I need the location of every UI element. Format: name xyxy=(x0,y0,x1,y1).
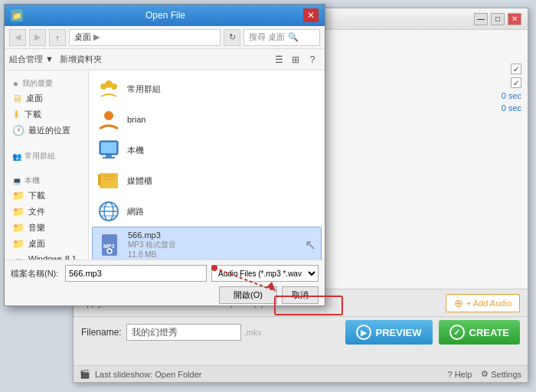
folder4-icon: 📁 xyxy=(12,238,25,250)
list-item-brian[interactable]: brian xyxy=(92,104,322,135)
folder4-label: 桌面 xyxy=(28,238,45,250)
sidebar-item-folder1[interactable]: 📁 下載 xyxy=(8,188,85,204)
folder3-icon: 📁 xyxy=(12,222,25,234)
recent-icon: 🕐 xyxy=(12,125,25,136)
homegroup-name: 常用群組 xyxy=(127,83,317,95)
sidebar-item-folder2[interactable]: 📁 文件 xyxy=(8,204,85,220)
ratio-checkbox[interactable]: ✓ xyxy=(511,77,521,88)
dialog-footer: 檔案名稱(N): Audio Files (*.mp3 *.wav *.wm 開… xyxy=(5,260,325,305)
add-audio-label: + Add Audio xyxy=(466,299,511,308)
mp3-info: 566.mp3 MP3 格式聲音 11.8 MB xyxy=(128,230,299,259)
list-item-homegroup[interactable]: 常用群組 xyxy=(92,74,322,104)
svg-point-17 xyxy=(100,83,106,90)
sidebar-item-desktop[interactable]: 🖥 桌面 xyxy=(8,90,85,106)
brian-info: brian xyxy=(127,115,317,124)
play-icon: ▶ xyxy=(356,325,371,340)
organize-button[interactable]: 組合管理 ▼ xyxy=(9,54,54,65)
preview-button[interactable]: ▶ PREVIEW xyxy=(345,320,433,345)
path-bar: 桌面 ▶ xyxy=(69,29,221,46)
media-icon xyxy=(96,168,121,193)
search-placeholder: 搜尋 桌面 xyxy=(249,31,285,43)
sidebar-item-downloads[interactable]: ⬇ 下載 xyxy=(8,106,85,122)
settings-label: Settings xyxy=(491,370,521,379)
scale-checkbox[interactable]: ✓ xyxy=(511,64,521,74)
favorites-section: ★ 我的最愛 🖥 桌面 ⬇ 下載 🕐 最近的位置 xyxy=(5,70,88,143)
create-label: CREATE xyxy=(469,327,509,338)
brian-icon xyxy=(96,107,121,132)
back-button[interactable]: ◀ xyxy=(9,29,26,46)
mp3-size: 11.8 MB xyxy=(128,250,299,259)
view-grid-button[interactable]: ⊞ xyxy=(288,52,303,67)
svg-rect-23 xyxy=(106,155,112,157)
dialog-body: ★ 我的最愛 🖥 桌面 ⬇ 下載 🕐 最近的位置 👥 xyxy=(5,70,325,260)
new-folder-button[interactable]: 新增資料夾 xyxy=(60,54,102,65)
dialog-title: Open File xyxy=(28,10,303,21)
folder1-label: 下載 xyxy=(28,190,45,201)
list-item-network[interactable]: 網路 xyxy=(92,196,322,227)
fade-value[interactable]: 0 sec xyxy=(502,103,521,113)
homegroup-section: 👥 常用群組 xyxy=(5,143,88,168)
titlebar-controls: — □ ✕ xyxy=(474,13,521,25)
sidebar-item-folder4[interactable]: 📁 桌面 xyxy=(8,236,85,252)
view-icons: ☰ ⊞ ? xyxy=(271,52,320,67)
up-button[interactable]: ↑ xyxy=(49,29,66,46)
dialog-title-icon: 📁 xyxy=(11,9,23,21)
computer-section-icon: 💻 xyxy=(12,177,21,185)
view-list-button[interactable]: ☰ xyxy=(271,52,286,67)
filename-input[interactable] xyxy=(126,324,241,341)
homegroup-section-label: 常用群組 xyxy=(25,151,55,162)
downloads-label: 下載 xyxy=(25,109,41,120)
list-item-mp3[interactable]: MP3 566.mp3 MP3 格式聲音 11.8 MB ↖ xyxy=(92,227,322,260)
footer-filename-label: 檔案名稱(N): xyxy=(11,268,60,279)
windows-label: Windows 8.1 (C xyxy=(28,254,80,260)
homegroup-icon xyxy=(96,77,121,101)
pc-name: 本機 xyxy=(127,145,317,156)
computer-section: 💻 本機 📁 下載 📁 文件 📁 音樂 📁 桌面 xyxy=(5,168,88,260)
forward-button[interactable]: ▶ xyxy=(29,29,46,46)
dialog-cancel-button[interactable]: 取消 xyxy=(282,286,319,304)
help-button[interactable]: ? Help xyxy=(448,369,472,379)
action-buttons: ▶ PREVIEW ✓ CREATE xyxy=(345,320,520,345)
disk-icon: 💿 xyxy=(12,258,25,260)
computer-section-label: 本機 xyxy=(25,175,40,186)
network-name: 網路 xyxy=(127,206,317,217)
network-info: 網路 xyxy=(127,206,317,217)
folder1-icon: 📁 xyxy=(12,190,25,201)
star-icon: ★ xyxy=(12,80,19,88)
settings-button[interactable]: ⚙ Settings xyxy=(481,369,521,379)
toolbar-bottom: Filename: .mkv ▶ PREVIEW ✓ CREATE xyxy=(74,317,528,348)
maximize-button[interactable]: □ xyxy=(491,13,505,25)
dialog-titlebar: 📁 Open File ✕ xyxy=(5,5,325,26)
minimize-button[interactable]: — xyxy=(474,13,488,25)
recent-label: 最近的位置 xyxy=(28,125,70,136)
open-file-dialog: 📁 Open File ✕ ◀ ▶ ↑ 桌面 ▶ ↻ 搜尋 桌面 🔍 組合管理 … xyxy=(4,4,325,306)
settings-gear-icon: ⚙ xyxy=(481,369,489,379)
close-button[interactable]: ✕ xyxy=(508,13,521,25)
cursor-icon: ↖ xyxy=(305,237,316,253)
svg-rect-28 xyxy=(103,178,113,180)
add-audio-button[interactable]: ⊕ + Add Audio xyxy=(446,294,520,312)
offset-value[interactable]: 0 sec xyxy=(502,91,521,100)
view-help-button[interactable]: ? xyxy=(305,52,320,67)
new-folder-label: 新增資料夾 xyxy=(60,54,102,64)
list-item-media[interactable]: 媒體櫃 xyxy=(92,165,322,196)
sidebar-item-folder3[interactable]: 📁 音樂 xyxy=(8,220,85,236)
open-button[interactable]: 開啟(O) xyxy=(219,286,277,304)
path-arrow: ▶ xyxy=(93,32,100,42)
desktop-label: 桌面 xyxy=(26,93,43,104)
dialog-close-button[interactable]: ✕ xyxy=(303,8,319,22)
sidebar-item-windows[interactable]: 💿 Windows 8.1 (C xyxy=(8,252,85,260)
sidebar-item-recent[interactable]: 🕐 最近的位置 xyxy=(8,122,85,139)
status-icon: 🎬 xyxy=(80,369,90,379)
refresh-button[interactable]: ↻ xyxy=(224,29,240,46)
create-button[interactable]: ✓ CREATE xyxy=(439,320,520,345)
mp3-meta: MP3 格式聲音 xyxy=(128,240,299,250)
organize-label: 組合管理 ▼ xyxy=(9,54,54,65)
secondary-toolbar: 組合管理 ▼ 新增資料夾 ☰ ⊞ ? xyxy=(5,49,325,70)
list-item-pc[interactable]: 本機 xyxy=(92,135,322,165)
pc-info: 本機 xyxy=(127,145,317,156)
filetype-select[interactable]: Audio Files (*.mp3 *.wav *.wm xyxy=(211,265,319,282)
footer-filename-input[interactable] xyxy=(65,265,207,282)
status-text: Last slideshow: Open Folder xyxy=(95,370,201,379)
search-bar[interactable]: 搜尋 桌面 🔍 xyxy=(243,29,320,46)
